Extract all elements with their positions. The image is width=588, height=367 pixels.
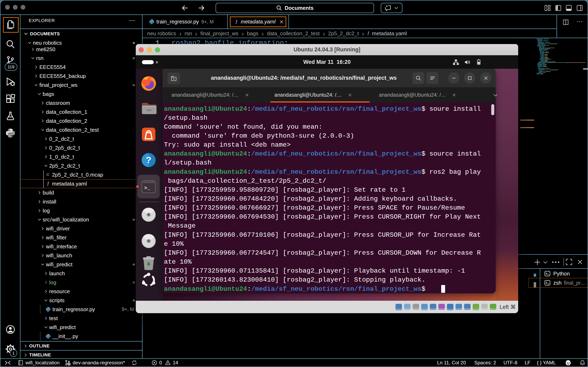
svg-text:?: ? [146,155,151,165]
svg-text:>_: >_ [144,185,150,191]
